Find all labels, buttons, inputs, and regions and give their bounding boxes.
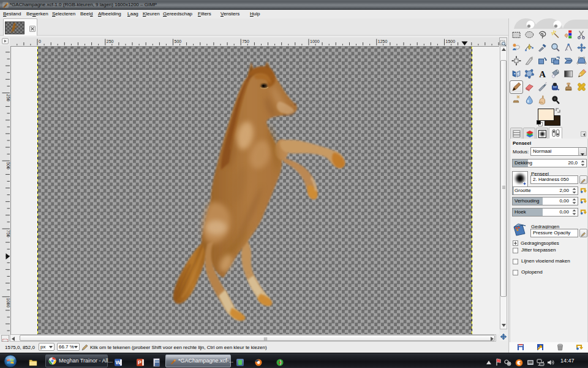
svg-text:750: 750 (6, 230, 10, 237)
svg-text:1000: 1000 (6, 298, 10, 308)
svg-text:A: A (539, 69, 546, 79)
svg-text:250: 250 (6, 94, 10, 102)
svg-text:1500: 1500 (446, 39, 456, 44)
svg-text:0: 0 (39, 39, 41, 44)
svg-text:1250: 1250 (378, 39, 388, 44)
svg-text:750: 750 (242, 39, 249, 44)
svg-text:500: 500 (175, 39, 182, 44)
svg-text:250: 250 (107, 39, 114, 44)
svg-text:500: 500 (6, 162, 10, 169)
svg-text:1000: 1000 (310, 39, 320, 44)
